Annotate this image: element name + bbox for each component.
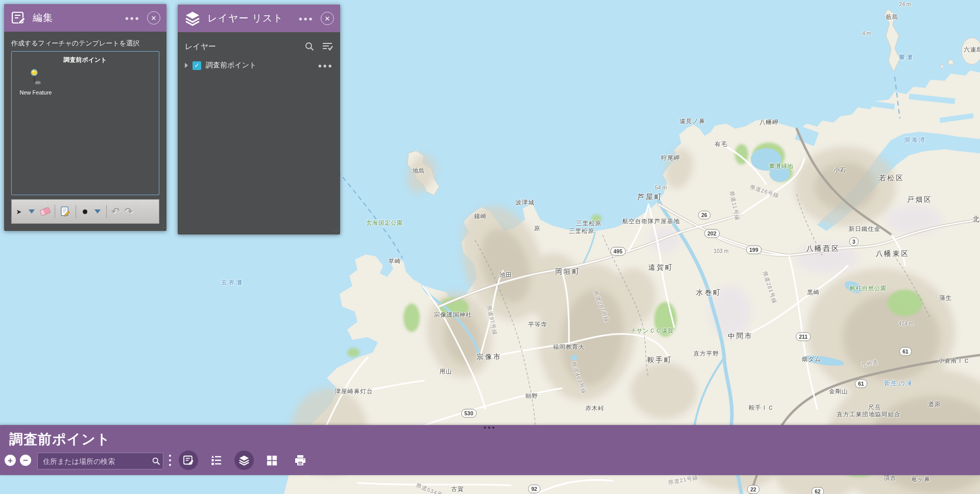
layer-section-header: レイヤー [178, 32, 340, 52]
edit-widget-panel: 編集 ●●● ✕ 作成するフィーチャのテンプレートを選択 調査前ポイント New… [4, 4, 166, 231]
panel-resize-handle[interactable] [159, 223, 165, 229]
edit-icon [10, 10, 27, 26]
search-overflow-handle[interactable]: ••• [167, 454, 173, 467]
widget-layer-list-button[interactable] [234, 451, 254, 470]
edit-panel-header: 編集 ●●● ✕ [4, 4, 166, 32]
edit-instruction-text: 作成するフィーチャのテンプレートを選択 [11, 39, 159, 48]
search-layers-icon[interactable] [304, 41, 315, 52]
layers-widget-icon [238, 454, 250, 466]
search-input[interactable] [38, 457, 149, 465]
layer-section-label: レイヤー [185, 42, 304, 52]
layers-icon [184, 10, 201, 27]
layer-panel-title: レイヤー リスト [207, 12, 298, 25]
widget-apps-button[interactable] [262, 451, 281, 470]
edit-panel-close-icon[interactable]: ✕ [147, 11, 160, 25]
search-box [37, 453, 163, 469]
layer-panel-header: レイヤー リスト ●●● ✕ [178, 5, 340, 32]
edit-panel-menu-icon[interactable]: ●●● [125, 14, 140, 22]
widget-legend-button[interactable] [206, 451, 226, 470]
edit-panel-title: 編集 [33, 11, 125, 25]
layer-list-panel: レイヤー リスト ●●● ✕ レイヤー ✓ 調査前ポイント ●●● [178, 5, 340, 234]
draw-dropdown-icon[interactable] [93, 209, 102, 214]
layer-name-label: 調査前ポイント [206, 61, 313, 70]
layer-options-icon[interactable] [322, 41, 333, 52]
widget-edit-button[interactable] [179, 451, 198, 470]
select-tool-icon[interactable]: ➤ [15, 208, 23, 216]
panel-resize-handle[interactable] [332, 227, 339, 233]
eraser-tool-icon[interactable] [40, 208, 50, 215]
toolbar-divider [76, 205, 76, 218]
edit-widget-icon [182, 454, 195, 466]
zoom-in-button[interactable]: + [5, 455, 16, 466]
edit-toolbar: ➤ ↶ ↷ [11, 199, 159, 224]
layer-row-menu-icon[interactable]: ●●● [318, 62, 333, 69]
layer-visibility-checkbox[interactable]: ✓ [193, 61, 201, 70]
layer-panel-menu-icon[interactable]: ●●● [298, 15, 314, 22]
legend-icon [210, 454, 222, 466]
draw-point-tool-icon[interactable] [81, 209, 89, 214]
widget-print-button[interactable] [291, 451, 310, 470]
grid-apps-icon [266, 455, 278, 466]
layer-panel-close-icon[interactable]: ✕ [321, 12, 334, 25]
app-root: { "edit_panel": { "title": "編集", "instru… [0, 0, 980, 494]
zoom-out-button[interactable]: − [20, 455, 31, 466]
template-group-title: 調査前ポイント [12, 52, 159, 64]
point-pin-icon [28, 69, 43, 86]
select-dropdown-icon[interactable] [28, 209, 36, 214]
search-icon[interactable] [149, 457, 163, 465]
layer-row: ✓ 調査前ポイント ●●● [178, 61, 340, 70]
expand-layer-icon[interactable] [185, 63, 188, 68]
toolbar-divider [55, 205, 55, 218]
attribute-table-title: 調査前ポイント [9, 430, 111, 449]
attribute-table-expand-handle[interactable]: ••• [484, 425, 496, 430]
template-item-label: New Feature [19, 89, 53, 97]
toolbar-divider [106, 205, 107, 218]
undo-icon[interactable]: ↶ [111, 205, 120, 218]
redo-icon[interactable]: ↷ [125, 205, 133, 218]
template-picker: 調査前ポイント New Feature [11, 51, 159, 195]
template-item-new-feature[interactable]: New Feature [19, 69, 53, 97]
print-icon [294, 454, 306, 466]
edit-attributes-icon[interactable] [60, 206, 71, 217]
